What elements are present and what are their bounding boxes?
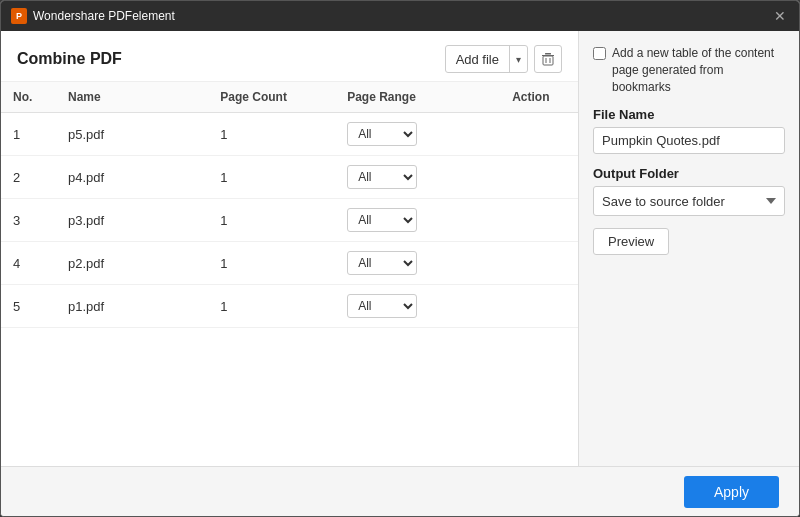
row-name: p1.pdf (56, 285, 208, 328)
bookmark-checkbox-label: Add a new table of the content page gene… (612, 45, 785, 95)
row-page-range[interactable]: All Custom (335, 156, 500, 199)
bottom-bar: Apply (1, 466, 799, 516)
row-page-range[interactable]: All Custom (335, 199, 500, 242)
row-no: 2 (1, 156, 56, 199)
row-page-range[interactable]: All Custom (335, 242, 500, 285)
add-file-button[interactable]: Add file ▾ (445, 45, 528, 73)
file-table-body: 1 p5.pdf 1 All Custom 2 p4.pdf 1 All (1, 113, 578, 328)
row-page-range[interactable]: All Custom (335, 113, 500, 156)
row-no: 3 (1, 199, 56, 242)
output-folder-label: Output Folder (593, 166, 785, 181)
row-page-count: 1 (208, 156, 335, 199)
output-folder-select[interactable]: Save to source folderCustom folder (593, 186, 785, 216)
page-range-select[interactable]: All Custom (347, 294, 417, 318)
table-header-row: No. Name Page Count Page Range Action (1, 82, 578, 113)
row-action (500, 285, 578, 328)
panel-title: Combine PDF (17, 50, 122, 68)
col-header-no: No. (1, 82, 56, 113)
file-name-section: File Name (593, 107, 785, 154)
trash-icon (541, 52, 555, 66)
add-file-dropdown-arrow[interactable]: ▾ (510, 46, 527, 72)
bookmark-checkbox-row: Add a new table of the content page gene… (593, 45, 785, 95)
row-action (500, 242, 578, 285)
row-name: p2.pdf (56, 242, 208, 285)
panel-header: Combine PDF Add file ▾ (1, 31, 578, 82)
col-header-page-range: Page Range (335, 82, 500, 113)
row-name: p5.pdf (56, 113, 208, 156)
row-no: 4 (1, 242, 56, 285)
row-name: p3.pdf (56, 199, 208, 242)
table-row: 4 p2.pdf 1 All Custom (1, 242, 578, 285)
file-table: No. Name Page Count Page Range Action 1 … (1, 82, 578, 328)
svg-rect-3 (546, 58, 547, 63)
main-window: P Wondershare PDFelement ✕ Combine PDF A… (0, 0, 800, 517)
file-table-container: No. Name Page Count Page Range Action 1 … (1, 82, 578, 466)
right-panel: Add a new table of the content page gene… (579, 31, 799, 466)
col-header-name: Name (56, 82, 208, 113)
table-row: 2 p4.pdf 1 All Custom (1, 156, 578, 199)
row-page-count: 1 (208, 199, 335, 242)
left-panel: Combine PDF Add file ▾ (1, 31, 579, 466)
col-header-action: Action (500, 82, 578, 113)
output-folder-section: Output Folder Save to source folderCusto… (593, 166, 785, 216)
table-row: 5 p1.pdf 1 All Custom (1, 285, 578, 328)
row-no: 1 (1, 113, 56, 156)
row-action (500, 199, 578, 242)
row-page-count: 1 (208, 113, 335, 156)
title-bar: P Wondershare PDFelement ✕ (1, 1, 799, 31)
page-range-select[interactable]: All Custom (347, 122, 417, 146)
row-page-count: 1 (208, 285, 335, 328)
app-title: Wondershare PDFelement (33, 9, 175, 23)
file-name-input[interactable] (593, 127, 785, 154)
content-area: Combine PDF Add file ▾ (1, 31, 799, 466)
svg-rect-1 (545, 53, 551, 55)
page-range-select[interactable]: All Custom (347, 251, 417, 275)
row-action (500, 156, 578, 199)
add-file-label[interactable]: Add file (446, 46, 510, 72)
title-bar-left: P Wondershare PDFelement (11, 8, 175, 24)
svg-rect-2 (543, 56, 553, 65)
delete-button[interactable] (534, 45, 562, 73)
header-actions: Add file ▾ (445, 45, 562, 73)
row-page-count: 1 (208, 242, 335, 285)
apply-button[interactable]: Apply (684, 476, 779, 508)
file-name-label: File Name (593, 107, 785, 122)
bookmark-checkbox[interactable] (593, 47, 606, 60)
table-row: 3 p3.pdf 1 All Custom (1, 199, 578, 242)
row-no: 5 (1, 285, 56, 328)
preview-button[interactable]: Preview (593, 228, 669, 255)
row-page-range[interactable]: All Custom (335, 285, 500, 328)
col-header-page-count: Page Count (208, 82, 335, 113)
app-icon: P (11, 8, 27, 24)
page-range-select[interactable]: All Custom (347, 165, 417, 189)
svg-rect-4 (550, 58, 551, 63)
row-action (500, 113, 578, 156)
close-button[interactable]: ✕ (771, 7, 789, 25)
row-name: p4.pdf (56, 156, 208, 199)
table-row: 1 p5.pdf 1 All Custom (1, 113, 578, 156)
page-range-select[interactable]: All Custom (347, 208, 417, 232)
